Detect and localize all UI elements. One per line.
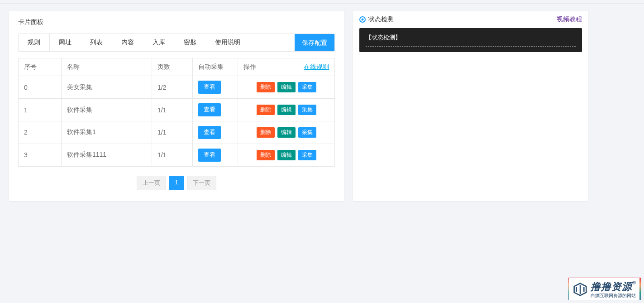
table-row: 0美女采集1/2查看删除编辑采集 bbox=[19, 76, 335, 99]
cell-name: 软件采集1111 bbox=[62, 144, 152, 166]
status-panel: 状态检测 视频教程 【状态检测】 bbox=[353, 11, 588, 201]
cell-auto: 查看 bbox=[193, 144, 238, 166]
table-row: 3软件采集11111/1查看删除编辑采集 bbox=[19, 144, 335, 166]
edit-button[interactable]: 编辑 bbox=[277, 82, 296, 93]
cell-auto: 查看 bbox=[193, 121, 238, 144]
tab-help[interactable]: 使用说明 bbox=[206, 34, 250, 51]
cell-name: 美女采集 bbox=[62, 76, 152, 99]
status-console: 【状态检测】 bbox=[359, 28, 582, 52]
card-panel: 卡片面板 规则 网址 列表 内容 入库 密匙 使用说明 保存配置 序号 名称 页… bbox=[9, 11, 344, 201]
cell-ops: 删除编辑采集 bbox=[238, 144, 335, 166]
tabs-row: 规则 网址 列表 内容 入库 密匙 使用说明 保存配置 bbox=[18, 34, 335, 52]
tab-content[interactable]: 内容 bbox=[112, 34, 143, 51]
view-button[interactable]: 查看 bbox=[198, 103, 221, 116]
table-row: 2软件采集11/1查看删除编辑采集 bbox=[19, 121, 335, 144]
ops-label: 操作 bbox=[243, 63, 256, 71]
status-title: 状态检测 bbox=[368, 15, 394, 24]
status-header-left: 状态检测 bbox=[359, 15, 394, 24]
col-header-pages: 页数 bbox=[152, 58, 193, 76]
delete-button[interactable]: 删除 bbox=[257, 105, 275, 115]
collect-button[interactable]: 采集 bbox=[298, 105, 316, 115]
watermark-badge: 撸撸资源® 白嫖互联网资源的网站 bbox=[568, 278, 641, 300]
cell-name: 软件采集1 bbox=[62, 121, 152, 144]
page-prev-button[interactable]: 上一页 bbox=[137, 176, 166, 190]
tab-store[interactable]: 入库 bbox=[143, 34, 175, 51]
status-label: 【状态检测】 bbox=[366, 34, 576, 42]
page-current-button[interactable]: 1 bbox=[169, 176, 184, 190]
page-next-button[interactable]: 下一页 bbox=[187, 176, 216, 190]
status-divider bbox=[366, 46, 576, 47]
rules-table: 序号 名称 页数 自动采集 操作 在线规则 0美女采集1/2查看删除编辑采集1软… bbox=[18, 58, 335, 167]
cell-num: 3 bbox=[19, 144, 62, 166]
tab-key[interactable]: 密匙 bbox=[175, 34, 206, 51]
tabs: 规则 网址 列表 内容 入库 密匙 使用说明 bbox=[19, 34, 295, 51]
tab-url[interactable]: 网址 bbox=[50, 34, 81, 51]
watermark-main-text: 撸撸资源 bbox=[591, 281, 632, 292]
top-bar bbox=[0, 0, 644, 4]
cell-num: 0 bbox=[19, 76, 62, 99]
cell-auto: 查看 bbox=[193, 99, 238, 121]
collect-button[interactable]: 采集 bbox=[298, 150, 316, 161]
watermark-logo-icon bbox=[572, 283, 588, 296]
cell-num: 2 bbox=[19, 121, 62, 144]
cell-auto: 查看 bbox=[193, 76, 238, 99]
cell-ops: 删除编辑采集 bbox=[238, 121, 335, 144]
cell-ops: 删除编辑采集 bbox=[238, 76, 335, 99]
watermark-sub-text: 白嫖互联网资源的网站 bbox=[591, 293, 636, 299]
delete-button[interactable]: 删除 bbox=[257, 127, 275, 138]
col-header-num: 序号 bbox=[19, 58, 62, 76]
cell-pages: 1/2 bbox=[152, 76, 193, 99]
edit-button[interactable]: 编辑 bbox=[277, 105, 296, 115]
view-button[interactable]: 查看 bbox=[198, 149, 221, 162]
table-row: 1软件采集1/1查看删除编辑采集 bbox=[19, 99, 335, 121]
edit-button[interactable]: 编辑 bbox=[277, 150, 296, 161]
pagination: 上一页 1 下一页 bbox=[18, 176, 335, 190]
cell-pages: 1/1 bbox=[152, 99, 193, 121]
col-header-auto: 自动采集 bbox=[193, 58, 238, 76]
status-header: 状态检测 视频教程 bbox=[353, 11, 588, 28]
cell-ops: 删除编辑采集 bbox=[238, 99, 335, 121]
watermark-reg-symbol: ® bbox=[632, 280, 636, 285]
tab-list[interactable]: 列表 bbox=[81, 34, 112, 51]
view-button[interactable]: 查看 bbox=[198, 81, 221, 94]
cell-name: 软件采集 bbox=[62, 99, 152, 121]
main-wrap: 卡片面板 规则 网址 列表 内容 入库 密匙 使用说明 保存配置 序号 名称 页… bbox=[0, 4, 644, 208]
save-config-button[interactable]: 保存配置 bbox=[295, 34, 334, 51]
tab-rules[interactable]: 规则 bbox=[19, 34, 50, 51]
col-header-ops: 操作 在线规则 bbox=[238, 58, 335, 76]
collect-button[interactable]: 采集 bbox=[298, 127, 316, 138]
delete-button[interactable]: 删除 bbox=[257, 82, 275, 93]
cell-pages: 1/1 bbox=[152, 144, 193, 166]
col-header-name: 名称 bbox=[62, 58, 152, 76]
view-button[interactable]: 查看 bbox=[198, 126, 221, 139]
target-icon bbox=[359, 16, 366, 23]
edit-button[interactable]: 编辑 bbox=[277, 127, 296, 138]
cell-num: 1 bbox=[19, 99, 62, 121]
online-rule-link[interactable]: 在线规则 bbox=[304, 63, 329, 71]
panel-title: 卡片面板 bbox=[18, 18, 335, 26]
cell-pages: 1/1 bbox=[152, 121, 193, 144]
video-tutorial-link[interactable]: 视频教程 bbox=[557, 15, 582, 24]
delete-button[interactable]: 删除 bbox=[257, 150, 275, 161]
collect-button[interactable]: 采集 bbox=[298, 82, 316, 93]
table-header-row: 序号 名称 页数 自动采集 操作 在线规则 bbox=[19, 58, 335, 76]
